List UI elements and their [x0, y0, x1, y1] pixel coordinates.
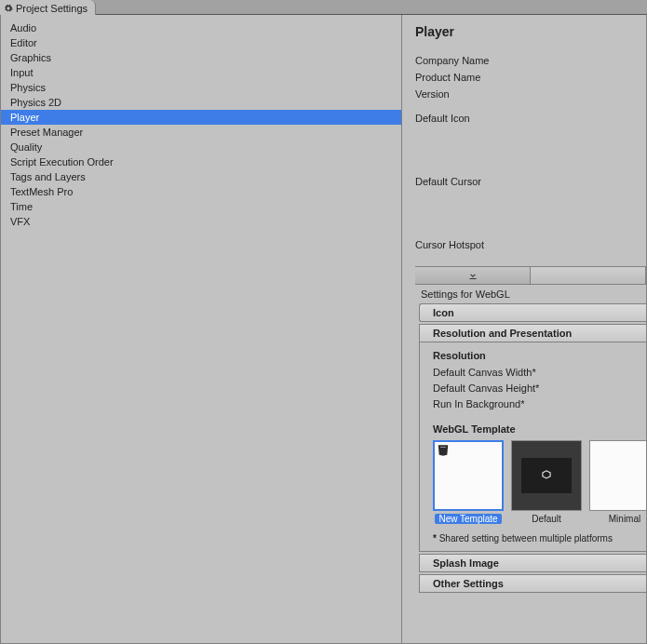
html5-icon: [437, 444, 450, 457]
webgl-template-heading: WebGL Template: [433, 423, 639, 435]
field-default-canvas-width: Default Canvas Width*: [433, 365, 639, 381]
sidebar-item-player[interactable]: Player: [1, 110, 401, 125]
sidebar-item-audio[interactable]: Audio: [1, 20, 401, 35]
sidebar-item-time[interactable]: Time: [1, 199, 401, 214]
field-default-cursor: Default Cursor: [415, 173, 646, 190]
template-new-template[interactable]: New Template: [433, 440, 504, 524]
section-other-settings[interactable]: Other Settings: [419, 574, 646, 593]
tab-project-settings[interactable]: Project Settings: [0, 0, 96, 15]
section-resolution-presentation[interactable]: Resolution and Presentation: [419, 324, 646, 342]
player-settings-pane: Player Company Name Product Name Version…: [402, 15, 646, 643]
sidebar-item-vfx[interactable]: VFX: [1, 214, 401, 229]
platform-tab-webgl[interactable]: [415, 267, 531, 284]
sidebar-item-graphics[interactable]: Graphics: [1, 50, 401, 65]
field-company-name: Company Name: [415, 52, 646, 69]
field-default-canvas-height: Default Canvas Height*: [433, 381, 639, 396]
sidebar-item-input[interactable]: Input: [1, 65, 401, 80]
gear-icon: [4, 4, 13, 13]
template-list: New Template Default Minimal: [433, 440, 639, 524]
field-cursor-hotspot: Cursor Hotspot: [415, 236, 646, 253]
section-resolution-body: Resolution Default Canvas Width* Default…: [419, 342, 646, 552]
sidebar-item-textmeshpro[interactable]: TextMesh Pro: [1, 184, 401, 199]
sidebar-item-physics[interactable]: Physics: [1, 80, 401, 95]
tab-title: Project Settings: [16, 3, 88, 14]
settings-for-label: Settings for WebGL: [415, 285, 646, 302]
shared-setting-footnote: * Shared setting between multiple platfo…: [433, 533, 639, 543]
template-minimal[interactable]: Minimal: [589, 440, 646, 524]
field-run-in-background: Run In Background*: [433, 396, 639, 412]
field-default-icon: Default Icon: [415, 110, 646, 127]
sidebar-item-editor[interactable]: Editor: [1, 35, 401, 50]
sidebar-item-script-execution-order[interactable]: Script Execution Order: [1, 154, 401, 169]
section-splash-image[interactable]: Splash Image: [419, 554, 646, 572]
page-title: Player: [415, 24, 646, 39]
section-icon[interactable]: Icon: [419, 303, 646, 322]
sidebar-item-quality[interactable]: Quality: [1, 140, 401, 154]
sidebar-item-physics2d[interactable]: Physics 2D: [1, 95, 401, 110]
sidebar-item-preset-manager[interactable]: Preset Manager: [1, 125, 401, 140]
field-version: Version: [415, 86, 646, 102]
template-default[interactable]: Default: [511, 440, 582, 524]
template-label: New Template: [435, 514, 501, 524]
sidebar-item-tags-layers[interactable]: Tags and Layers: [1, 169, 401, 184]
download-icon: [467, 270, 479, 281]
unity-icon: [540, 469, 553, 482]
platform-tabs: [415, 266, 646, 285]
platform-tab-other[interactable]: [531, 267, 646, 284]
field-product-name: Product Name: [415, 69, 646, 86]
window-titlebar: Project Settings: [0, 0, 647, 15]
template-label: Default: [532, 514, 561, 524]
settings-sidebar: Audio Editor Graphics Input Physics Phys…: [1, 15, 401, 643]
template-label: Minimal: [609, 514, 640, 524]
resolution-heading: Resolution: [433, 350, 639, 361]
